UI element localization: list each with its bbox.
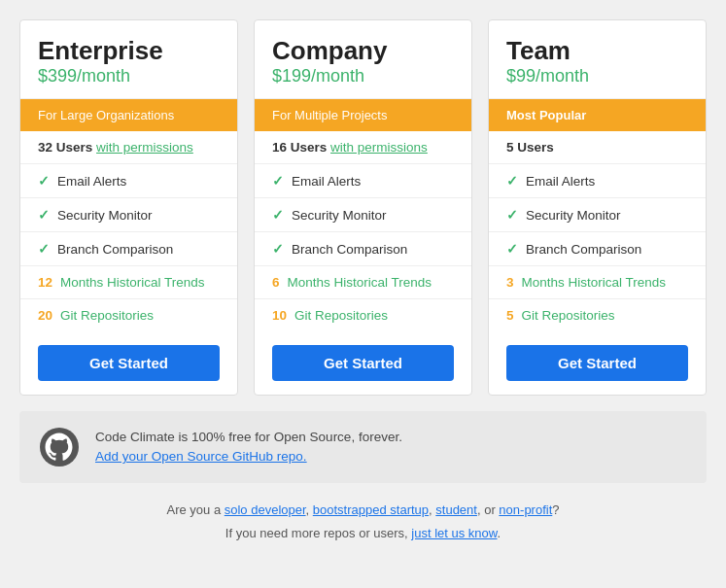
plan-price-company: $199/month [272, 66, 454, 86]
permissions-link-enterprise[interactable]: with permissions [96, 140, 193, 155]
plan-price-enterprise: $399/month [38, 66, 220, 86]
check-icon: ✓ [272, 207, 284, 223]
plan-stat1-enterprise: 12 Months Historical Trends [20, 266, 237, 299]
plan-name-enterprise: Enterprise [38, 36, 220, 66]
plan-card-company: Company$199/monthFor Multiple Projects16… [254, 19, 472, 396]
check-icon: ✓ [38, 207, 50, 223]
feature-label: Email Alerts [292, 174, 361, 189]
stat2-text: Git Repositories [294, 308, 388, 323]
let-us-know-link[interactable]: just let us know [411, 526, 497, 540]
check-icon: ✓ [272, 173, 284, 189]
opensource-text: Code Climate is 100% free for Open Sourc… [95, 428, 402, 467]
stat2-text: Git Repositories [60, 308, 154, 323]
plan-name-company: Company [272, 36, 454, 66]
student-link[interactable]: student [435, 502, 477, 517]
pricing-wrapper: Enterprise$399/monthFor Large Organizati… [19, 19, 707, 544]
plan-price-team: $99/month [506, 66, 688, 86]
plan-stat1-team: 3 Months Historical Trends [489, 266, 706, 299]
footer-line2: If you need more repos or users, just le… [19, 522, 707, 544]
plan-stat1-company: 6 Months Historical Trends [255, 266, 471, 299]
plan-badge-company: For Multiple Projects [255, 99, 471, 131]
stat2-text: Git Repositories [522, 308, 615, 323]
feature-label: Branch Comparison [57, 242, 173, 257]
feature-branch-comparison-team: ✓Branch Comparison [489, 232, 706, 266]
feature-label: Email Alerts [57, 174, 126, 189]
check-icon: ✓ [38, 173, 50, 189]
footer-line1: Are you a solo developer, bootstrapped s… [19, 499, 707, 521]
bootstrapped-startup-link[interactable]: bootstrapped startup [313, 502, 429, 517]
stat1-text: Months Historical Trends [522, 275, 667, 290]
feature-security-monitor-company: ✓Security Monitor [255, 198, 471, 232]
feature-security-monitor-team: ✓Security Monitor [489, 198, 706, 232]
plan-card-team: Team$99/monthMost Popular5 Users✓Email A… [488, 19, 707, 396]
feature-label: Branch Comparison [292, 242, 407, 257]
get-started-button-company[interactable]: Get Started [272, 345, 454, 381]
feature-label: Security Monitor [57, 208, 153, 223]
plan-card-enterprise: Enterprise$399/monthFor Large Organizati… [19, 19, 238, 396]
get-started-button-enterprise[interactable]: Get Started [38, 345, 220, 381]
plan-badge-enterprise: For Large Organizations [20, 99, 237, 131]
stat1-number: 6 [272, 275, 280, 290]
stat1-text: Months Historical Trends [288, 275, 432, 290]
solo-developer-link[interactable]: solo developer [225, 502, 306, 517]
plan-stat2-enterprise: 20 Git Repositories [20, 299, 237, 331]
feature-branch-comparison-enterprise: ✓Branch Comparison [20, 232, 237, 266]
check-icon: ✓ [506, 173, 518, 189]
opensource-line1: Code Climate is 100% free for Open Sourc… [95, 428, 402, 447]
permissions-link-company[interactable]: with permissions [330, 140, 428, 155]
plan-stat2-team: 5 Git Repositories [489, 299, 706, 331]
plan-features-company: 16 Users with permissions✓Email Alerts✓S… [255, 131, 471, 331]
feature-email-alerts-company: ✓Email Alerts [255, 164, 471, 198]
stat1-number: 3 [506, 275, 514, 290]
plan-stat2-company: 10 Git Repositories [255, 299, 471, 331]
non-profit-link[interactable]: non-profit [499, 502, 552, 517]
check-icon: ✓ [506, 241, 518, 257]
stat2-number: 5 [506, 308, 514, 323]
feature-label: Branch Comparison [526, 242, 641, 257]
stat2-number: 20 [38, 308, 52, 323]
plan-header-enterprise: Enterprise$399/month [20, 20, 237, 99]
opensource-link[interactable]: Add your Open Source GitHub repo. [95, 449, 307, 464]
feature-security-monitor-enterprise: ✓Security Monitor [20, 198, 237, 232]
opensource-banner: Code Climate is 100% free for Open Sourc… [19, 411, 707, 483]
feature-branch-comparison-company: ✓Branch Comparison [255, 232, 471, 266]
stat1-number: 12 [38, 275, 52, 290]
feature-email-alerts-team: ✓Email Alerts [489, 164, 706, 198]
feature-label: Security Monitor [526, 208, 621, 223]
check-icon: ✓ [272, 241, 284, 257]
plan-header-company: Company$199/month [255, 20, 471, 99]
plan-features-enterprise: 32 Users with permissions✓Email Alerts✓S… [20, 131, 237, 331]
feature-label: Email Alerts [526, 174, 595, 189]
plan-name-team: Team [506, 36, 688, 66]
plan-users-team: 5 Users [489, 131, 706, 164]
opensource-line2: Add your Open Source GitHub repo. [95, 447, 402, 467]
plan-badge-team: Most Popular [489, 99, 706, 131]
stat1-text: Months Historical Trends [60, 275, 205, 290]
stat2-number: 10 [272, 308, 287, 323]
github-icon [39, 427, 80, 467]
plan-users-enterprise: 32 Users with permissions [20, 131, 237, 164]
feature-email-alerts-enterprise: ✓Email Alerts [20, 164, 237, 198]
check-icon: ✓ [38, 241, 50, 257]
plan-header-team: Team$99/month [489, 20, 706, 99]
feature-label: Security Monitor [292, 208, 387, 223]
get-started-button-team[interactable]: Get Started [506, 345, 688, 381]
check-icon: ✓ [506, 207, 518, 223]
plan-features-team: 5 Users✓Email Alerts✓Security Monitor✓Br… [489, 131, 706, 331]
footer-text: Are you a solo developer, bootstrapped s… [19, 499, 707, 544]
plans-container: Enterprise$399/monthFor Large Organizati… [19, 19, 707, 396]
plan-users-company: 16 Users with permissions [255, 131, 471, 164]
